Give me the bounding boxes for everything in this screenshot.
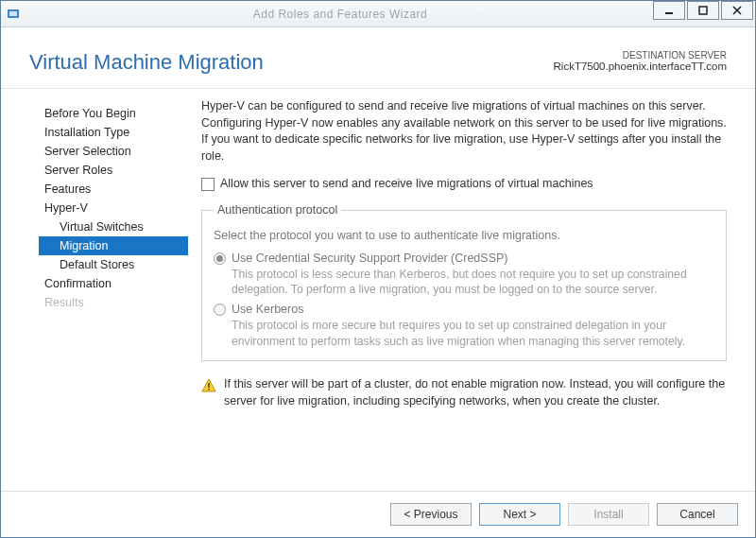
wizard-sidebar: Before You BeginInstallation TypeServer …	[39, 98, 188, 481]
intro-text: Hyper-V can be configured to send and re…	[201, 98, 727, 165]
radio-description: This protocol is more secure but require…	[232, 318, 714, 349]
close-button[interactable]	[721, 1, 753, 20]
radio-credssp[interactable]: Use Credential Security Support Provider…	[214, 251, 714, 298]
svg-rect-2	[665, 12, 673, 14]
svg-rect-3	[699, 7, 707, 14]
authentication-protocol-group: Authentication protocol Select the proto…	[201, 202, 727, 362]
svg-rect-1	[9, 11, 17, 16]
radio-kerberos[interactable]: Use KerberosThis protocol is more secure…	[214, 302, 714, 349]
sidebar-item-results: Results	[39, 293, 188, 312]
sidebar-item-confirmation[interactable]: Confirmation	[39, 274, 188, 293]
auth-legend: Authentication protocol	[214, 202, 341, 219]
app-icon	[7, 7, 22, 22]
wizard-header: Virtual Machine Migration DESTINATION SE…	[1, 27, 755, 89]
destination-server-block: DESTINATION SERVER RickT7500.phoenix.int…	[554, 50, 727, 72]
warning-icon	[201, 378, 216, 393]
radio-button[interactable]	[214, 304, 226, 316]
sidebar-item-hyper-v[interactable]: Hyper-V	[39, 199, 188, 217]
warning-text: If this server will be part of a cluster…	[224, 376, 727, 409]
auth-description: Select the protocol you want to use to a…	[214, 228, 714, 245]
sidebar-item-default-stores[interactable]: Default Stores	[39, 255, 188, 274]
sidebar-item-features[interactable]: Features	[39, 180, 188, 199]
previous-button[interactable]: < Previous	[390, 503, 472, 526]
titlebar: Add Roles and Features Wizard	[1, 1, 755, 27]
window-title: Add Roles and Features Wizard	[27, 8, 653, 21]
destination-server-value: RickT7500.phoenix.interfaceTT.com	[554, 61, 727, 72]
radio-button[interactable]	[214, 252, 226, 265]
destination-server-label: DESTINATION SERVER	[554, 50, 727, 61]
checkbox-box[interactable]	[201, 178, 215, 191]
sidebar-item-server-selection[interactable]: Server Selection	[39, 142, 188, 161]
window-controls	[653, 1, 755, 26]
checkbox-label: Allow this server to send and receive li…	[220, 176, 593, 193]
minimize-button[interactable]	[653, 1, 685, 20]
next-button[interactable]: Next >	[479, 503, 560, 526]
cancel-button[interactable]: Cancel	[657, 503, 738, 526]
sidebar-item-virtual-switches[interactable]: Virtual Switches	[39, 217, 188, 236]
allow-live-migration-checkbox[interactable]: Allow this server to send and receive li…	[201, 176, 727, 193]
svg-rect-7	[208, 383, 210, 388]
sidebar-item-server-roles[interactable]: Server Roles	[39, 161, 188, 180]
page-title: Virtual Machine Migration	[29, 50, 554, 75]
radio-title: Use Credential Security Support Provider…	[232, 251, 714, 268]
radio-title: Use Kerberos	[232, 302, 714, 319]
wizard-footer: < Previous Next > Install Cancel	[1, 491, 755, 537]
maximize-button[interactable]	[687, 1, 719, 20]
sidebar-item-before-you-begin[interactable]: Before You Begin	[39, 104, 188, 123]
wizard-content: Hyper-V can be configured to send and re…	[188, 98, 727, 481]
wizard-window: Add Roles and Features Wizard Virtual Ma…	[0, 0, 756, 538]
cluster-warning: If this server will be part of a cluster…	[201, 376, 727, 409]
radio-description: This protocol is less secure than Kerber…	[232, 267, 714, 298]
svg-rect-8	[208, 389, 210, 390]
sidebar-item-installation-type[interactable]: Installation Type	[39, 123, 188, 142]
wizard-body: Before You BeginInstallation TypeServer …	[1, 89, 755, 491]
sidebar-item-migration[interactable]: Migration	[39, 236, 188, 255]
install-button[interactable]: Install	[568, 503, 649, 526]
